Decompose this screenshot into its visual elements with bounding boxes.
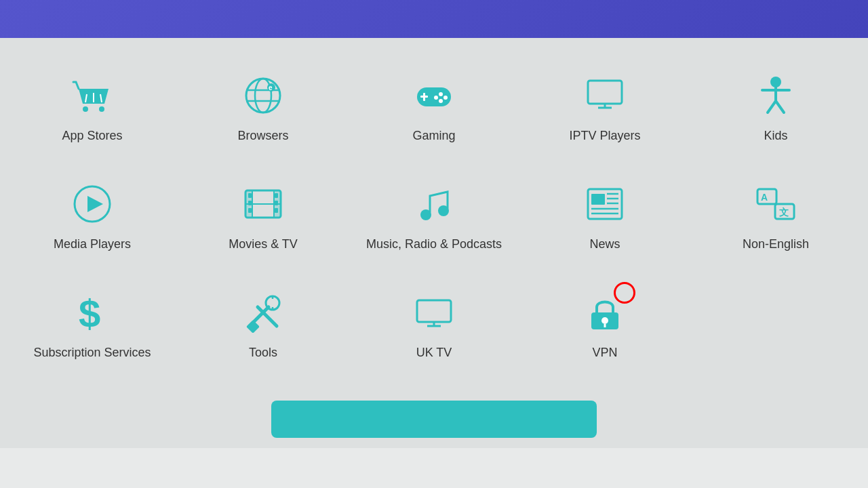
category-label-vpn: VPN — [592, 346, 617, 360]
svg-rect-13 — [420, 96, 428, 98]
category-item-uk-tv[interactable]: UK TV — [349, 268, 519, 377]
category-label-non-english: Non-English — [743, 237, 809, 251]
category-label-movies-tv: Movies & TV — [229, 237, 298, 251]
iptv-players-icon — [581, 72, 629, 119]
svg-point-17 — [439, 99, 443, 103]
svg-point-1 — [99, 106, 104, 112]
svg-text:A: A — [761, 192, 768, 203]
category-label-music-radio-podcasts: Music, Radio & Podcasts — [366, 237, 502, 251]
category-label-browsers: Browsers — [237, 129, 288, 143]
svg-point-14 — [439, 92, 443, 96]
svg-point-40 — [420, 209, 431, 220]
category-item-gaming[interactable]: Gaming — [349, 52, 519, 160]
svg-marker-27 — [87, 196, 103, 212]
category-item-browsers[interactable]: e Browsers — [178, 52, 349, 160]
svg-text:文: 文 — [779, 207, 789, 218]
svg-text:e: e — [269, 84, 273, 92]
category-item-media-players[interactable]: Media Players — [7, 160, 178, 268]
svg-text:$: $ — [79, 292, 100, 333]
category-item-app-stores[interactable]: App Stores — [7, 52, 178, 160]
svg-rect-31 — [248, 193, 252, 198]
category-label-news: News — [589, 237, 620, 251]
category-grid: App Stores e Browsers Gaming IPTV Player… — [0, 38, 868, 390]
kids-icon — [752, 72, 800, 119]
svg-point-41 — [438, 205, 449, 216]
category-item-music-radio-podcasts[interactable]: Music, Radio & Podcasts — [349, 160, 519, 268]
svg-line-58 — [263, 312, 277, 326]
svg-rect-60 — [246, 320, 260, 333]
header — [0, 0, 868, 38]
music-radio-podcasts-icon — [410, 180, 458, 228]
category-item-tools[interactable]: Tools — [178, 268, 349, 377]
svg-point-65 — [601, 317, 608, 324]
category-label-gaming: Gaming — [412, 129, 455, 143]
svg-point-0 — [83, 106, 88, 112]
svg-rect-36 — [275, 208, 278, 213]
svg-rect-61 — [417, 300, 451, 322]
app-stores-icon — [68, 72, 116, 119]
category-item-vpn[interactable]: VPN — [519, 268, 690, 377]
svg-line-59 — [258, 307, 263, 312]
svg-point-15 — [443, 96, 448, 100]
bottom-bar — [0, 390, 868, 448]
svg-rect-18 — [588, 81, 622, 104]
category-label-app-stores: App Stores — [62, 129, 122, 143]
category-label-media-players: Media Players — [54, 237, 131, 251]
bottom-button[interactable] — [271, 401, 597, 438]
category-label-subscription-services: Subscription Services — [33, 346, 151, 360]
category-item-movies-tv[interactable]: Movies & TV — [178, 160, 349, 268]
uk-tv-icon — [410, 289, 458, 336]
svg-rect-34 — [275, 193, 278, 198]
category-label-iptv-players: IPTV Players — [569, 129, 640, 143]
vpn-icon — [581, 289, 629, 336]
svg-rect-43 — [591, 194, 605, 205]
category-item-news[interactable]: News — [519, 160, 690, 268]
svg-point-16 — [434, 96, 438, 100]
category-label-kids: Kids — [764, 129, 787, 143]
category-label-uk-tv: UK TV — [416, 346, 452, 360]
movies-tv-icon — [239, 180, 287, 228]
gaming-icon — [410, 72, 458, 119]
category-item-non-english[interactable]: A 文 Non-English — [690, 160, 861, 268]
category-label-tools: Tools — [249, 346, 277, 360]
svg-line-24 — [768, 101, 776, 113]
category-item-iptv-players[interactable]: IPTV Players — [519, 52, 690, 160]
svg-rect-33 — [248, 208, 252, 213]
tools-icon — [239, 289, 287, 336]
news-icon — [581, 180, 629, 228]
svg-point-5 — [246, 79, 280, 113]
browsers-icon: e — [239, 72, 287, 119]
svg-point-21 — [770, 77, 781, 87]
non-english-icon: A 文 — [752, 180, 800, 228]
media-players-icon — [68, 180, 116, 228]
svg-line-25 — [776, 101, 784, 113]
category-item-subscription-services[interactable]: $ Subscription Services — [7, 268, 178, 377]
subscription-services-icon: $ — [68, 289, 116, 336]
category-item-kids[interactable]: Kids — [690, 52, 861, 160]
